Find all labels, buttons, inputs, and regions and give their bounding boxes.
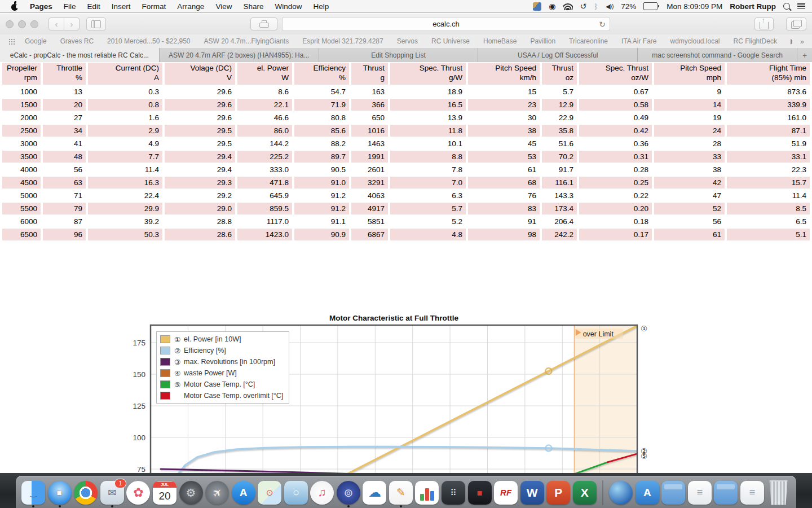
nav-buttons: ‹ › — [48, 17, 80, 30]
apple-menu-icon[interactable] — [10, 2, 19, 11]
table-cell: 23 — [468, 99, 540, 111]
table-cell: 56 — [43, 164, 86, 176]
bookmark-item[interactable]: ITA Air Fare — [621, 37, 656, 45]
table-cell: 1000 — [2, 86, 41, 98]
svg-text:125: 125 — [133, 402, 145, 410]
dock-maps[interactable]: ⊙ — [257, 477, 283, 508]
dock-finder[interactable]: ‿ — [20, 477, 47, 508]
dock-globe[interactable] — [608, 477, 634, 508]
menu-share[interactable]: Share — [237, 2, 269, 11]
table-cell: 28.6 — [165, 229, 235, 240]
dock-powerpoint[interactable]: P — [545, 477, 572, 508]
dock-documents-1[interactable]: ≡ — [687, 477, 713, 508]
dock-app-a[interactable]: A — [634, 477, 661, 508]
dock-pages[interactable]: ✎ — [388, 477, 414, 508]
bluetooth-icon[interactable]: ᛒ — [594, 2, 598, 11]
dock-launchpad[interactable]: ✈ — [204, 477, 231, 508]
dock-cloud[interactable]: ☁ — [361, 477, 388, 508]
bookmark-item[interactable]: Google — [25, 37, 47, 45]
dock-photos[interactable]: ✿ — [125, 477, 152, 508]
frequently-visited-icon[interactable] — [8, 38, 16, 45]
menu-format[interactable]: Format — [136, 2, 172, 11]
bookmark-item[interactable]: HomeBase — [483, 37, 517, 45]
browser-tab[interactable]: ASW 20 4.7m ARF (2 boxes) (HAN4955): Ha.… — [160, 48, 319, 62]
dock-app-store[interactable]: A — [230, 477, 257, 508]
new-tab-button[interactable]: + — [797, 48, 812, 62]
dock-system-preferences[interactable]: ⚙ — [178, 477, 204, 508]
bookmark-item[interactable]: RC FlightDeck — [734, 37, 777, 45]
dock-chrome[interactable] — [73, 477, 99, 508]
dock-folder-2[interactable] — [713, 477, 739, 508]
table-cell: 22.9 — [542, 112, 577, 124]
volume-icon[interactable]: ◀⟩⟩ — [606, 3, 614, 10]
menu-insert[interactable]: Insert — [106, 2, 136, 11]
table-cell: 16.3 — [88, 177, 162, 189]
browser-tab[interactable]: USAA / Log Off Successful — [478, 48, 638, 62]
status-app-icon[interactable] — [533, 2, 541, 11]
wifi-icon[interactable] — [563, 3, 573, 10]
dock-folder-1[interactable] — [660, 477, 687, 508]
dock-excel[interactable]: X — [571, 477, 598, 508]
close-window-button[interactable] — [6, 20, 14, 28]
reload-icon[interactable]: ↻ — [599, 20, 606, 29]
dock-documents-2[interactable]: ≡ — [739, 477, 766, 508]
browser-tab[interactable]: eCalc - propCalc - the most reliable RC … — [0, 48, 160, 62]
table-cell: 42 — [654, 177, 725, 189]
dock-itunes[interactable]: ♫ — [309, 477, 336, 508]
zoom-window-button[interactable] — [30, 20, 38, 28]
dock-display[interactable]: ◼ — [466, 477, 493, 508]
sidebar-button[interactable] — [86, 17, 106, 30]
dock-keypad[interactable]: ⠿ — [440, 477, 467, 508]
bookmark-item[interactable]: wdmycloud.local — [670, 37, 720, 45]
bookmark-item[interactable]: Pavillion — [530, 37, 555, 45]
menu-arrange[interactable]: Arrange — [171, 2, 210, 11]
browser-tab[interactable]: Edit Shopping List — [319, 48, 479, 62]
dock-word[interactable]: W — [519, 477, 545, 508]
bookmark-item[interactable]: ASW 20 4.7m...FlyingGiants — [204, 37, 289, 45]
bookmarks-overflow-chevron[interactable]: » — [792, 37, 812, 46]
table-cell: 4500 — [2, 177, 41, 189]
bookmark-item[interactable]: 2010 Merced...50 - $22,950 — [107, 37, 190, 45]
browser-tab[interactable]: mac screenshot command - Google Search — [638, 48, 797, 62]
bookmark-item[interactable]: RC Universe — [431, 37, 470, 45]
menu-clock[interactable]: Mon 8:09:09 PM — [667, 2, 722, 11]
time-machine-icon[interactable]: ↺ — [580, 2, 587, 10]
menu-edit[interactable]: Edit — [82, 2, 106, 11]
tab-overview-button[interactable] — [786, 17, 806, 30]
dock-calendar[interactable]: JUL20 — [152, 477, 178, 508]
dock-numbers[interactable] — [414, 477, 440, 508]
spotlight-icon[interactable] — [783, 3, 790, 10]
dock-trash[interactable] — [765, 477, 792, 508]
documents-2-icon: ≡ — [740, 481, 764, 505]
print-button[interactable] — [250, 17, 277, 30]
share-button[interactable] — [754, 17, 774, 30]
back-button[interactable]: ‹ — [49, 18, 64, 30]
dock-mail[interactable]: ✉1 — [99, 477, 126, 508]
menu-file[interactable]: File — [58, 2, 82, 11]
table-cell: 30 — [468, 112, 540, 124]
table-cell: 333.0 — [237, 164, 292, 176]
column-header: Current (DC)A — [88, 63, 162, 85]
forward-button[interactable]: › — [64, 18, 79, 30]
table-cell: 0.22 — [579, 190, 652, 202]
notification-center-icon[interactable] — [797, 3, 805, 9]
tab-label: mac screenshot command - Google Search — [646, 51, 788, 59]
user-menu[interactable]: Robert Rupp — [730, 2, 776, 11]
bookmark-item[interactable]: Graves RC — [60, 37, 94, 45]
menu-window[interactable]: Window — [269, 2, 307, 11]
dock-realflight[interactable]: RF — [493, 477, 519, 508]
menu-view[interactable]: View — [210, 2, 237, 11]
menu-help[interactable]: Help — [307, 2, 334, 11]
battery-icon[interactable] — [643, 2, 659, 10]
status-eye-icon[interactable]: ◉ — [549, 2, 555, 11]
bookmark-item[interactable]: Tricareonline — [569, 37, 608, 45]
active-app-name[interactable]: Pages — [30, 2, 52, 11]
address-bar[interactable]: ecalc.ch ↻ — [282, 17, 610, 31]
bookmark-item[interactable]: Servos — [397, 37, 418, 45]
dock-automator[interactable]: ⊚ — [336, 477, 362, 508]
table-cell: 5.7 — [542, 86, 577, 98]
dock-safari[interactable]: ◆ — [47, 477, 73, 508]
bookmark-item[interactable]: Esprit Model 321.729.4287 — [302, 37, 383, 45]
dock-preview[interactable]: ○ — [283, 477, 309, 508]
minimize-window-button[interactable] — [18, 20, 26, 28]
